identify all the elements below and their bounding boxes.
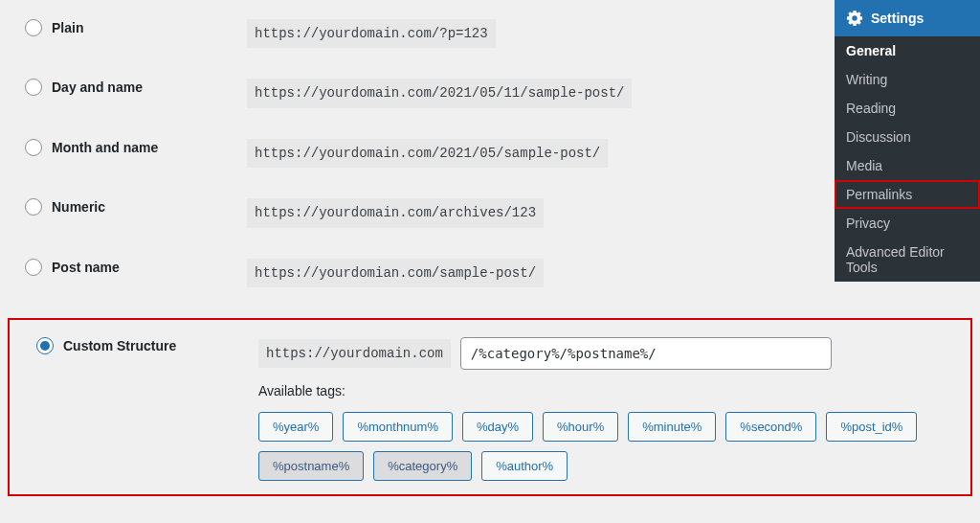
sidebar-title: Settings: [871, 11, 924, 26]
custom-structure-block: Custom Structure https://yourdomain.com …: [8, 318, 972, 496]
tag-post_id[interactable]: %post_id%: [826, 412, 917, 442]
settings-sidebar: Settings GeneralWritingReadingDiscussion…: [835, 0, 980, 282]
option-label-plain: Plain: [52, 20, 83, 35]
available-tags: %year%%monthnum%%day%%hour%%minute%%seco…: [258, 412, 928, 481]
sidebar-item-media[interactable]: Media: [835, 151, 980, 180]
tag-second[interactable]: %second%: [725, 412, 816, 442]
permalink-settings-form: Plainhttps://yourdomain.com/?p=123Day an…: [0, 0, 980, 504]
radio-custom[interactable]: [36, 337, 54, 354]
tag-hour[interactable]: %hour%: [543, 412, 618, 442]
tag-year[interactable]: %year%: [258, 412, 333, 442]
custom-structure-input[interactable]: [460, 337, 832, 370]
example-numeric: https://yourdomain.com/archives/123: [247, 198, 544, 227]
radio-post_name[interactable]: [25, 259, 42, 276]
sidebar-item-discussion[interactable]: Discussion: [835, 123, 980, 151]
option-row-plain: Plainhttps://yourdomain.com/?p=123: [8, 19, 972, 48]
settings-icon: [846, 10, 863, 27]
option-label-numeric: Numeric: [52, 199, 105, 215]
sidebar-item-reading[interactable]: Reading: [835, 94, 980, 123]
option-label-month_name: Month and name: [52, 140, 158, 155]
sidebar-top-settings[interactable]: Settings: [835, 0, 980, 36]
tag-category[interactable]: %category%: [373, 451, 472, 481]
example-plain: https://yourdomain.com/?p=123: [247, 19, 496, 48]
sidebar-item-permalinks[interactable]: Permalinks: [835, 180, 980, 209]
custom-prefix: https://yourdomain.com: [258, 339, 451, 368]
tag-day[interactable]: %day%: [462, 412, 533, 442]
example-day_name: https://yourdomain.com/2021/05/11/sample…: [247, 79, 632, 107]
radio-plain[interactable]: [25, 19, 42, 36]
available-tags-label: Available tags:: [258, 383, 961, 398]
sidebar-item-writing[interactable]: Writing: [835, 65, 980, 94]
option-label-post_name: Post name: [52, 260, 120, 275]
option-label-day_name: Day and name: [52, 80, 143, 95]
option-label-custom: Custom Structure: [63, 338, 176, 353]
option-row-post_name: Post namehttps://yourdomian.com/sample-p…: [8, 259, 972, 287]
sidebar-item-advanced-editor-tools[interactable]: Advanced Editor Tools: [835, 238, 980, 282]
tag-minute[interactable]: %minute%: [628, 412, 716, 442]
radio-numeric[interactable]: [25, 198, 42, 216]
example-month_name: https://yourdomain.com/2021/05/sample-po…: [247, 139, 608, 168]
option-row-numeric: Numerichttps://yourdomain.com/archives/1…: [8, 198, 972, 227]
option-row-day_name: Day and namehttps://yourdomain.com/2021/…: [8, 79, 972, 107]
tag-postname[interactable]: %postname%: [258, 451, 364, 481]
example-post_name: https://yourdomian.com/sample-post/: [247, 259, 544, 287]
tag-author[interactable]: %author%: [481, 451, 568, 481]
radio-month_name[interactable]: [25, 139, 42, 156]
tag-monthnum[interactable]: %monthnum%: [343, 412, 453, 442]
sidebar-item-privacy[interactable]: Privacy: [835, 209, 980, 238]
sidebar-item-general[interactable]: General: [835, 36, 980, 65]
option-row-month_name: Month and namehttps://yourdomain.com/202…: [8, 139, 972, 168]
radio-day_name[interactable]: [25, 79, 42, 96]
